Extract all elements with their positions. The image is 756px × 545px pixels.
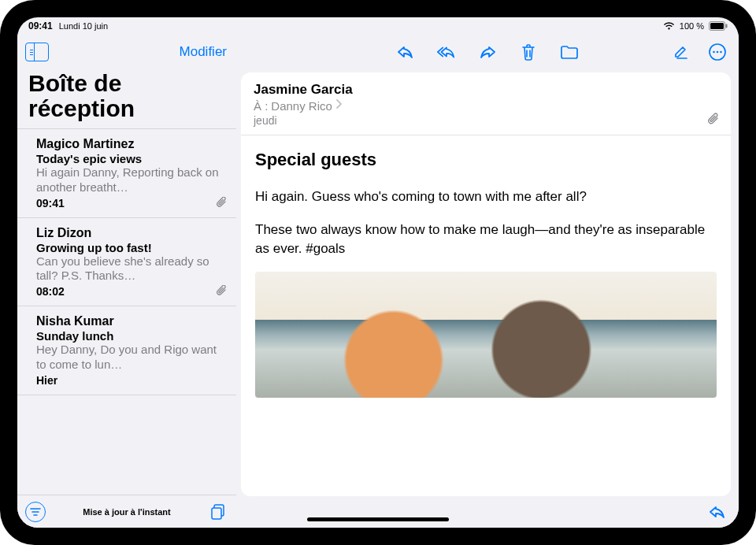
list-subject: Sunday lunch xyxy=(36,329,227,343)
list-time: 09:41 xyxy=(36,197,65,209)
paperclip-icon xyxy=(216,285,227,298)
list-time: Hier xyxy=(36,374,57,387)
message-card: Jasmine Garcia À : Danny Rico jeudi xyxy=(241,72,731,496)
paperclip-icon xyxy=(707,113,720,127)
message-from: Jasmine Garcia xyxy=(254,82,718,98)
sync-status: Mise à jour à l'instant xyxy=(46,507,208,517)
edit-button[interactable]: Modifier xyxy=(180,44,227,60)
move-button[interactable] xyxy=(559,42,580,62)
status-bar: 09:41 Lundi 10 juin 100 % xyxy=(17,17,739,35)
message-toolbar xyxy=(236,35,739,69)
status-time: 09:41 xyxy=(28,20,53,32)
message-pane: ••• xyxy=(236,35,739,528)
paperclip-icon xyxy=(216,197,227,209)
compose-button[interactable] xyxy=(671,42,691,62)
inbox-title: Boîte de réception xyxy=(17,69,236,128)
svg-rect-1 xyxy=(710,23,724,29)
svg-rect-2 xyxy=(726,24,728,28)
svg-point-9 xyxy=(720,51,722,54)
trash-button[interactable] xyxy=(518,42,539,62)
reply-button[interactable] xyxy=(395,42,416,62)
battery-text: 100 % xyxy=(680,21,704,31)
message-body[interactable]: Special guests Hi again. Guess who's com… xyxy=(241,135,731,398)
svg-rect-4 xyxy=(212,508,221,519)
message-header[interactable]: Jasmine Garcia À : Danny Rico jeudi xyxy=(241,72,731,135)
reply-footer-button[interactable] xyxy=(707,502,728,522)
sidebar: Modifier Boîte de réception Magico Marti… xyxy=(17,35,236,528)
list-time: 08:02 xyxy=(36,285,65,298)
svg-point-7 xyxy=(713,51,715,54)
to-label: À : xyxy=(254,99,268,113)
to-name[interactable]: Danny Rico xyxy=(271,99,332,113)
message-paragraph: These two always know how to make me lau… xyxy=(255,221,717,258)
reply-all-button[interactable] xyxy=(436,42,457,62)
list-item[interactable]: Nisha Kumar Sunday lunch Hey Danny, Do y… xyxy=(17,306,236,395)
list-sender: Nisha Kumar xyxy=(36,314,227,328)
home-indicator[interactable] xyxy=(307,517,449,521)
svg-point-8 xyxy=(717,51,719,54)
message-date: jeudi xyxy=(254,114,718,127)
chevron-right-icon xyxy=(335,99,342,113)
battery-icon xyxy=(709,21,728,31)
mailboxes-button[interactable] xyxy=(208,502,228,522)
list-preview: Can you believe she's already so tall? P… xyxy=(36,254,227,284)
list-preview: Hey Danny, Do you and Rigo want to come … xyxy=(36,343,227,373)
list-subject: Growing up too fast! xyxy=(36,241,227,254)
attachment-image[interactable] xyxy=(255,272,717,398)
message-subject: Special guests xyxy=(255,150,717,170)
status-date: Lundi 10 juin xyxy=(59,21,108,31)
forward-button[interactable] xyxy=(477,42,498,62)
filter-button[interactable] xyxy=(25,502,46,522)
more-button[interactable] xyxy=(707,42,728,62)
list-sender: Magico Martinez xyxy=(36,137,227,151)
list-item[interactable]: Liz Dizon Growing up too fast! Can you b… xyxy=(17,218,236,307)
message-paragraph: Hi again. Guess who's coming to town wit… xyxy=(255,187,717,206)
list-item[interactable]: Magico Martinez Today's epic views Hi ag… xyxy=(17,129,236,218)
list-sender: Liz Dizon xyxy=(36,226,227,240)
sidebar-toggle-button[interactable] xyxy=(25,43,49,61)
list-subject: Today's epic views xyxy=(36,152,227,165)
list-preview: Hi again Danny, Reporting back on anothe… xyxy=(36,165,227,195)
wifi-icon xyxy=(663,22,675,31)
message-list[interactable]: Magico Martinez Today's epic views Hi ag… xyxy=(17,128,236,495)
